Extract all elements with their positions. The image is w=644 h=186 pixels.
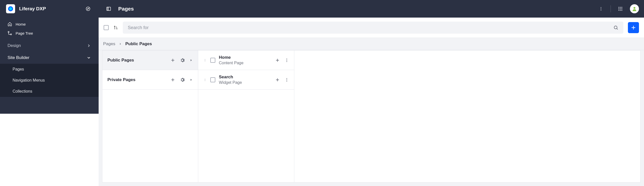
search-icon [613,25,618,30]
brand-name: Liferay DXP [19,6,46,12]
group-label: Public Pages [107,58,170,63]
svg-point-50 [204,80,205,81]
panel-icon [106,6,111,11]
caret-right-icon [189,58,193,62]
apps-grid-button[interactable] [615,4,625,14]
page-checkbox[interactable] [210,58,215,63]
svg-point-40 [205,61,206,61]
svg-point-37 [204,60,205,60]
compass-button[interactable] [84,4,93,13]
tree-icon [8,31,12,35]
svg-point-1 [9,7,12,10]
settings-button[interactable] [180,58,185,63]
svg-point-56 [287,81,287,81]
chevron-right-icon [119,42,122,45]
svg-rect-17 [621,8,622,9]
svg-point-9 [601,7,601,8]
kebab-icon [599,7,603,11]
svg-point-46 [204,79,205,79]
add-child-button[interactable] [170,77,175,82]
page-info: Search Widget Page [219,75,275,85]
sort-button[interactable] [113,25,118,30]
svg-rect-12 [619,7,619,8]
expand-button[interactable] [189,58,193,62]
svg-rect-8 [107,7,108,10]
page-row[interactable]: Search Widget Page [198,70,294,90]
svg-point-47 [205,79,206,79]
svg-rect-15 [619,8,619,9]
user-avatar[interactable] [630,4,639,13]
svg-point-10 [601,9,601,9]
add-child-button[interactable] [275,58,280,63]
add-child-button[interactable] [170,58,175,63]
svg-marker-31 [191,59,192,61]
svg-marker-34 [191,79,192,81]
sidebar-item-collections[interactable]: Collections [0,86,99,97]
page-title: Pages [118,6,134,12]
sidebar-item-pages[interactable]: Pages [0,64,99,75]
kebab-menu-button[interactable] [596,4,606,14]
add-child-button[interactable] [275,77,280,82]
column-groups: Public Pages Private Pages [102,50,198,182]
chevron-down-icon [87,55,91,60]
group-row-public[interactable]: Public Pages [102,50,198,70]
svg-rect-14 [621,7,622,8]
svg-marker-3 [88,8,89,10]
drag-handle[interactable] [203,58,207,62]
brand[interactable]: Liferay DXP [6,4,46,13]
drag-handle[interactable] [203,78,207,82]
select-all-checkbox[interactable] [104,25,109,30]
page-info: Home Content Page [219,55,275,65]
sidebar-item-home[interactable]: Home [0,20,99,29]
row-kebab-button[interactable] [285,78,289,82]
expand-button[interactable] [189,78,193,82]
topbar: Pages [99,0,644,18]
breadcrumb: Pages Public Pages [99,38,644,50]
plus-icon [631,25,636,30]
breadcrumb-current: Public Pages [125,41,152,46]
main: Pages Pages Public Pages [99,0,644,186]
column-pages: Home Content Page Search Widget Page [198,50,294,182]
sidebar-item-label: Page Tree [16,31,33,35]
svg-rect-16 [620,8,621,9]
svg-point-21 [633,7,635,9]
search-input[interactable] [128,25,610,30]
page-row[interactable]: Home Content Page [198,50,294,70]
search-field[interactable] [123,22,623,34]
divider [611,5,611,12]
svg-point-48 [204,80,205,80]
sidebar-nav-top: Home Page Tree [0,18,99,40]
svg-point-35 [204,59,205,59]
drag-icon [203,78,207,82]
breadcrumb-root[interactable]: Pages [103,41,115,46]
svg-point-55 [287,79,287,80]
svg-rect-4 [8,31,9,32]
panel-toggle-button[interactable] [104,4,114,14]
gear-icon [180,58,185,63]
svg-point-11 [601,10,601,11]
section-site-builder-body: Pages Navigation Menus Collections [0,64,99,97]
page-actions [275,58,289,63]
page-type: Content Page [219,61,275,65]
group-row-private[interactable]: Private Pages [102,70,198,90]
svg-point-39 [204,61,205,61]
svg-point-54 [287,78,287,79]
sidebar: Liferay DXP Home Page Tree Design Site B… [0,0,99,114]
add-button[interactable] [628,22,639,33]
sidebar-item-page-tree[interactable]: Page Tree [0,29,99,38]
page-checkbox[interactable] [210,77,215,82]
settings-button[interactable] [180,77,185,82]
chevron-right-icon [87,43,91,48]
plus-icon [275,58,280,63]
sidebar-item-label: Home [16,22,26,26]
plus-icon [170,58,175,63]
sort-icon [113,25,118,30]
section-site-builder[interactable]: Site Builder [0,52,99,64]
kebab-icon [285,58,289,63]
sidebar-item-navigation-menus[interactable]: Navigation Menus [0,75,99,86]
home-icon [8,22,12,26]
row-kebab-button[interactable] [285,58,289,63]
section-design[interactable]: Design [0,40,99,52]
kebab-icon [285,78,289,82]
svg-rect-13 [620,7,621,8]
